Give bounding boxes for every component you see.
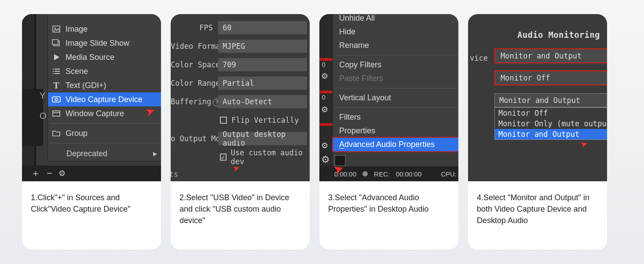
gear-icon-settings[interactable]: ⚙ (321, 154, 330, 165)
meter-val-1: 0 (322, 61, 326, 68)
item-label: Deprecated (66, 149, 107, 158)
fps-field[interactable]: 60 (218, 21, 307, 34)
sources-item-media-source[interactable]: Media Source (48, 50, 161, 64)
menu-separator (335, 107, 458, 108)
chevron-right-icon: ▸ (153, 149, 157, 158)
flip-vertically-label: Flip Vertically (231, 116, 299, 125)
svg-rect-10 (52, 97, 60, 102)
color-range-field[interactable]: Partial (218, 77, 307, 90)
gear-icon[interactable]: ⚙ (321, 71, 328, 81)
fps-label: FPS (171, 23, 218, 32)
gear-icon[interactable]: ⚙ (59, 169, 66, 178)
sources-item-text-gdi[interactable]: T Text (GDI+) (48, 78, 161, 92)
svg-point-11 (55, 98, 58, 101)
output-mode-field[interactable]: Output desktop audio (218, 132, 307, 145)
menu-separator (335, 55, 458, 55)
output-mode-row: o Output Mode Output desktop audio (171, 129, 310, 148)
play-icon (51, 52, 61, 62)
gear-icon[interactable]: ⚙ (321, 105, 328, 114)
folder-icon (51, 128, 61, 138)
sources-item-image[interactable]: Image (48, 22, 161, 36)
monitoring-select-row-2[interactable]: Monitor Off (494, 70, 607, 85)
add-source-button[interactable]: ＋ (31, 167, 40, 180)
screenshot-4: Audio Monitoring vice Monitor and Output… (468, 14, 607, 181)
dropdown-option-monitor-only[interactable]: Monitor Only (mute outpu (495, 118, 607, 129)
color-range-label: Color Range (171, 79, 218, 88)
menu-item-vertical-layout[interactable]: Vertical Layout (333, 91, 458, 105)
rec-time: 00:00:00 (396, 170, 421, 178)
menu-item-hide[interactable]: Hide (333, 25, 458, 39)
buffering-field[interactable]: Auto-Detect (218, 95, 307, 108)
screenshot-2: FPS 60 Video Format MJPEG Color Space 70… (171, 14, 310, 181)
flip-vertically-checkbox[interactable] (220, 117, 227, 124)
color-space-label: Color Space (171, 60, 218, 69)
menu-item-advanced-audio-properties[interactable]: Advanced Audio Properties (332, 137, 458, 152)
color-range-row: Color Range Partial (171, 74, 310, 92)
sources-item-scene[interactable]: Scene (48, 64, 161, 78)
custom-audio-device-label: Use custom audio dev (231, 148, 310, 166)
sources-item-deprecated[interactable]: Deprecated ▸ (48, 146, 161, 161)
custom-audio-device-row[interactable]: Use custom audio dev (171, 148, 310, 166)
rec-label: REC: (374, 170, 390, 178)
meter-val-2: 0 (322, 94, 326, 101)
camera-icon (51, 95, 61, 104)
item-label: Window Capture (66, 109, 124, 118)
window-icon (51, 109, 61, 118)
svg-rect-4 (53, 69, 54, 70)
color-space-row: Color Space 709 (171, 55, 310, 74)
gear-icon[interactable]: ⚙ (321, 141, 328, 150)
monitoring-select-row-1[interactable]: Monitor and Output (494, 48, 607, 63)
sources-item-group[interactable]: Group (48, 126, 161, 140)
item-label: Video Capture Device (66, 95, 143, 104)
video-format-label: Video Format (171, 42, 218, 51)
menu-item-unhide-all[interactable]: Unhide All (333, 14, 458, 25)
audio-monitoring-header: Audio Monitoring (517, 30, 600, 40)
slideshow-icon (51, 38, 61, 48)
video-format-row: Video Format MJPEG (171, 37, 310, 55)
sources-toolbar: ＋ − ⚙ (22, 165, 161, 181)
add-source-menu: Image Image Slide Show Media Source Scen… (48, 14, 161, 161)
monitoring-dropdown-value[interactable]: Monitor and Output (494, 93, 607, 107)
audio-context-menu: Unhide All Hide Rename Copy Filters Past… (333, 14, 458, 152)
clipped-letter-y: Y (40, 91, 45, 101)
menu-item-copy-filters[interactable]: Copy Filters (333, 58, 458, 72)
meter-red-1 (319, 58, 333, 61)
color-space-field[interactable]: 709 (218, 58, 307, 71)
menu-item-filters[interactable]: Filters (333, 110, 458, 124)
step-caption-1: 1.Click"+" in Sources and Click"Video Ca… (22, 181, 161, 250)
svg-rect-7 (55, 71, 60, 72)
buffering-row: Buffering? Auto-Detect (171, 92, 310, 111)
list-icon (51, 66, 61, 76)
step-caption-2: 2.Select "USB Video" in Device and click… (171, 181, 310, 250)
monitoring-dropdown: Monitor and Output Monitor Off Monitor O… (494, 93, 607, 140)
item-label: Text (GDI+) (66, 81, 106, 90)
menu-item-properties[interactable]: Properties (333, 124, 458, 138)
sources-item-browser-partial[interactable] (48, 14, 161, 22)
menu-item-rename[interactable]: Rename (333, 39, 458, 52)
custom-audio-device-checkbox[interactable] (220, 154, 227, 161)
defaults-button-cut[interactable]: ults (171, 170, 178, 179)
flip-vertically-row[interactable]: Flip Vertically (171, 111, 310, 129)
fps-row: FPS 60 (171, 18, 310, 37)
menu-item-paste-filters: Paste Filters (333, 72, 458, 85)
item-label: Group (66, 129, 88, 138)
item-label: Image (66, 25, 88, 34)
meter-red-3 (319, 123, 333, 126)
remove-source-button[interactable]: − (47, 168, 52, 179)
output-mode-label: o Output Mode (171, 134, 218, 143)
buffering-label: Buffering? (171, 97, 218, 106)
sources-item-video-capture-device[interactable]: Video Capture Device (48, 92, 161, 106)
help-icon[interactable]: ? (213, 99, 218, 106)
clipped-letter-o: O (40, 111, 47, 121)
video-format-field[interactable]: MJPEG (218, 40, 307, 53)
svg-rect-8 (53, 73, 54, 74)
step-card-4: Audio Monitoring vice Monitor and Output… (468, 14, 607, 250)
dropdown-option-monitor-and-output[interactable]: Monitor and Output (495, 129, 607, 139)
screenshot-1: Y O Image Image Slide Show Media Source … (22, 14, 161, 181)
monitoring-dropdown-list: Monitor Off Monitor Only (mute outpu Mon… (494, 107, 607, 140)
dropdown-option-monitor-off[interactable]: Monitor Off (495, 108, 607, 118)
image-icon (51, 24, 61, 34)
step-card-1: Y O Image Image Slide Show Media Source … (22, 14, 161, 250)
item-label: Image Slide Show (66, 39, 129, 48)
sources-item-image-slide-show[interactable]: Image Slide Show (48, 36, 161, 50)
